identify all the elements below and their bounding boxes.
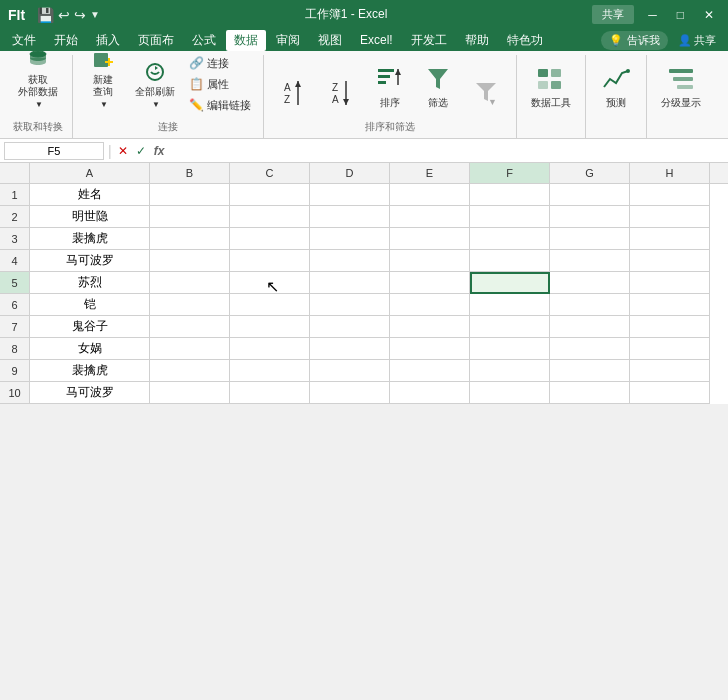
- row-header-3[interactable]: 3: [0, 228, 30, 250]
- col-header-h[interactable]: H: [630, 163, 710, 183]
- cell-g9[interactable]: [550, 360, 630, 382]
- cell-c6[interactable]: [230, 294, 310, 316]
- cell-f5[interactable]: [470, 272, 550, 294]
- menu-review[interactable]: 审阅: [268, 30, 308, 51]
- cell-f2[interactable]: [470, 206, 550, 228]
- name-box[interactable]: F5: [4, 142, 104, 160]
- cell-h7[interactable]: [630, 316, 710, 338]
- cell-e1[interactable]: [390, 184, 470, 206]
- cell-g3[interactable]: [550, 228, 630, 250]
- cell-g6[interactable]: [550, 294, 630, 316]
- quick-access-save[interactable]: 💾: [37, 7, 54, 23]
- row-header-1[interactable]: 1: [0, 184, 30, 206]
- cell-e6[interactable]: [390, 294, 470, 316]
- maximize-button[interactable]: □: [671, 8, 690, 22]
- cell-a8[interactable]: 女娲: [30, 338, 150, 360]
- cell-e9[interactable]: [390, 360, 470, 382]
- cell-e7[interactable]: [390, 316, 470, 338]
- cell-e10[interactable]: [390, 382, 470, 404]
- menu-data[interactable]: 数据: [226, 30, 266, 51]
- filter-button[interactable]: 筛选: [416, 55, 460, 113]
- cell-b8[interactable]: [150, 338, 230, 360]
- cell-e4[interactable]: [390, 250, 470, 272]
- cell-h8[interactable]: [630, 338, 710, 360]
- col-header-g[interactable]: G: [550, 163, 630, 183]
- col-header-e[interactable]: E: [390, 163, 470, 183]
- cell-h1[interactable]: [630, 184, 710, 206]
- cell-h3[interactable]: [630, 228, 710, 250]
- refresh-all-button[interactable]: 全部刷新 ▼: [129, 55, 181, 113]
- cell-b4[interactable]: [150, 250, 230, 272]
- cell-f9[interactable]: [470, 360, 550, 382]
- cell-h2[interactable]: [630, 206, 710, 228]
- row-header-6[interactable]: 6: [0, 294, 30, 316]
- cell-d5[interactable]: [310, 272, 390, 294]
- cell-c2[interactable]: [230, 206, 310, 228]
- col-header-b[interactable]: B: [150, 163, 230, 183]
- cell-d10[interactable]: [310, 382, 390, 404]
- cell-d7[interactable]: [310, 316, 390, 338]
- col-header-c[interactable]: C: [230, 163, 310, 183]
- function-icon[interactable]: fx: [152, 144, 167, 158]
- share-button[interactable]: 共享: [592, 5, 634, 24]
- cell-a3[interactable]: 裴擒虎: [30, 228, 150, 250]
- menu-special[interactable]: 特色功: [499, 30, 551, 51]
- cell-a9[interactable]: 裴擒虎: [30, 360, 150, 382]
- cell-c5[interactable]: ↖: [230, 272, 310, 294]
- connections-btn[interactable]: 🔗 连接: [185, 54, 255, 73]
- share-menu-button[interactable]: 👤 共享: [670, 31, 724, 50]
- cell-f3[interactable]: [470, 228, 550, 250]
- menu-view[interactable]: 视图: [310, 30, 350, 51]
- cell-f8[interactable]: [470, 338, 550, 360]
- forecast-button[interactable]: 预测: [594, 55, 638, 113]
- cell-g2[interactable]: [550, 206, 630, 228]
- row-header-9[interactable]: 9: [0, 360, 30, 382]
- close-button[interactable]: ✕: [698, 8, 720, 22]
- cell-e2[interactable]: [390, 206, 470, 228]
- cell-g7[interactable]: [550, 316, 630, 338]
- cell-b10[interactable]: [150, 382, 230, 404]
- cell-b9[interactable]: [150, 360, 230, 382]
- cell-c8[interactable]: [230, 338, 310, 360]
- cell-f7[interactable]: [470, 316, 550, 338]
- col-header-f[interactable]: F: [470, 163, 550, 183]
- cell-a4[interactable]: 马可波罗: [30, 250, 150, 272]
- cell-c1[interactable]: [230, 184, 310, 206]
- row-header-7[interactable]: 7: [0, 316, 30, 338]
- cell-g1[interactable]: [550, 184, 630, 206]
- col-header-a[interactable]: A: [30, 163, 150, 183]
- row-header-5[interactable]: 5: [0, 272, 30, 294]
- menu-excel[interactable]: Excel!: [352, 31, 401, 49]
- cell-g4[interactable]: [550, 250, 630, 272]
- cell-d8[interactable]: [310, 338, 390, 360]
- cell-d1[interactable]: [310, 184, 390, 206]
- cell-h6[interactable]: [630, 294, 710, 316]
- sort-az-button[interactable]: A Z: [272, 55, 316, 113]
- cell-c4[interactable]: [230, 250, 310, 272]
- confirm-icon[interactable]: ✓: [134, 144, 148, 158]
- menu-developer[interactable]: 开发工: [403, 30, 455, 51]
- cell-b3[interactable]: [150, 228, 230, 250]
- cell-g8[interactable]: [550, 338, 630, 360]
- minimize-button[interactable]: ─: [642, 8, 663, 22]
- cell-b5[interactable]: [150, 272, 230, 294]
- row-header-10[interactable]: 10: [0, 382, 30, 404]
- cell-d9[interactable]: [310, 360, 390, 382]
- properties-btn[interactable]: 📋 属性: [185, 75, 255, 94]
- row-header-2[interactable]: 2: [0, 206, 30, 228]
- cell-d6[interactable]: [310, 294, 390, 316]
- cell-e3[interactable]: [390, 228, 470, 250]
- cell-a10[interactable]: 马可波罗: [30, 382, 150, 404]
- sort-za-button[interactable]: Z A: [320, 55, 364, 113]
- quick-access-undo[interactable]: ↩: [58, 7, 70, 23]
- cell-f6[interactable]: [470, 294, 550, 316]
- outline-button[interactable]: 分级显示: [655, 55, 707, 113]
- menu-pagelayout[interactable]: 页面布: [130, 30, 182, 51]
- cell-b7[interactable]: [150, 316, 230, 338]
- cell-f1[interactable]: [470, 184, 550, 206]
- cell-c9[interactable]: [230, 360, 310, 382]
- notify-icon[interactable]: 💡 告诉我: [601, 31, 668, 50]
- cell-a1[interactable]: 姓名: [30, 184, 150, 206]
- cell-h4[interactable]: [630, 250, 710, 272]
- get-external-data-button[interactable]: 获取外部数据 ▼: [12, 55, 64, 113]
